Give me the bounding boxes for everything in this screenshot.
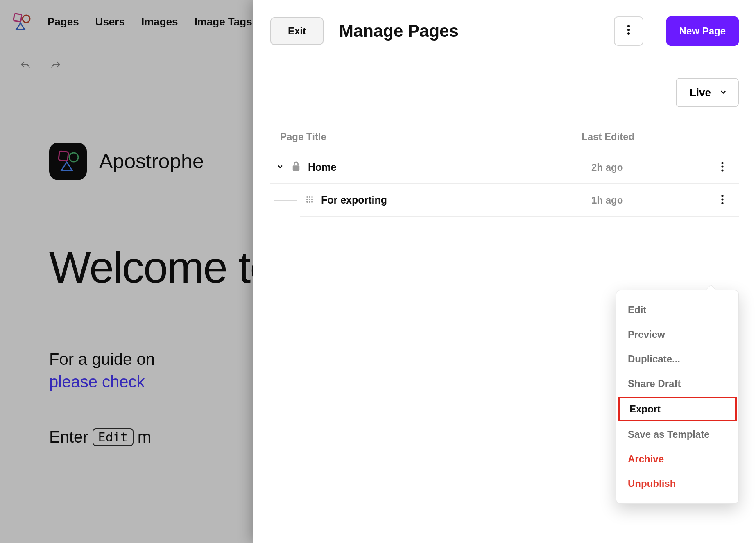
svg-point-16 [311, 199, 313, 200]
svg-point-20 [721, 195, 723, 197]
menu-item-share-draft[interactable]: Share Draft [616, 371, 738, 396]
status-filter-dropdown[interactable]: Live [676, 78, 739, 107]
row-last-edited: 1h ago [591, 195, 706, 206]
row-context-menu: Edit Preview Duplicate... Share Draft Ex… [616, 290, 739, 504]
vertical-dots-icon [721, 194, 724, 206]
chevron-down-icon [719, 86, 727, 99]
panel-more-button[interactable] [614, 16, 643, 46]
menu-item-save-template[interactable]: Save as Template [616, 422, 738, 447]
row-title: Home [308, 161, 336, 173]
drag-handle-icon[interactable] [306, 194, 314, 206]
panel-title: Manage Pages [339, 21, 598, 41]
row-actions-button[interactable] [706, 161, 739, 174]
svg-point-17 [306, 201, 308, 203]
collapse-caret-icon[interactable] [276, 161, 284, 173]
svg-point-15 [309, 199, 310, 200]
table-header: Page Title Last Edited [270, 131, 739, 151]
menu-item-unpublish[interactable]: Unpublish [616, 471, 738, 496]
row-last-edited: 2h ago [591, 162, 706, 173]
lock-icon [292, 161, 301, 174]
svg-rect-7 [293, 165, 300, 171]
svg-point-13 [311, 196, 313, 198]
menu-item-preview[interactable]: Preview [616, 322, 738, 347]
svg-point-4 [627, 25, 630, 27]
status-filter-label: Live [690, 86, 711, 99]
col-page-title: Page Title [280, 131, 582, 143]
svg-point-22 [721, 202, 723, 204]
panel-header: Exit Manage Pages New Page [253, 0, 756, 62]
manage-pages-panel: Exit Manage Pages New Page Live Page Tit… [253, 0, 756, 543]
vertical-dots-icon [627, 25, 630, 38]
svg-point-12 [309, 196, 310, 198]
page-tree: Home 2h ago For exporting [270, 151, 739, 217]
row-title: For exporting [321, 194, 387, 206]
svg-point-19 [311, 201, 313, 203]
col-last-edited: Last Edited [582, 131, 696, 143]
new-page-button[interactable]: New Page [666, 16, 739, 46]
menu-item-export[interactable]: Export [618, 397, 737, 421]
svg-point-11 [306, 196, 308, 198]
table-row[interactable]: Home 2h ago [270, 151, 739, 184]
tree-branch-line [274, 200, 297, 201]
svg-point-6 [627, 32, 630, 35]
svg-point-21 [721, 198, 723, 200]
menu-item-edit[interactable]: Edit [616, 298, 738, 322]
svg-point-14 [306, 199, 308, 200]
panel-body: Live Page Title Last Edited [253, 62, 756, 543]
row-actions-button[interactable] [706, 194, 739, 206]
exit-button[interactable]: Exit [270, 17, 324, 45]
svg-point-5 [627, 29, 630, 31]
menu-item-archive[interactable]: Archive [616, 447, 738, 471]
svg-point-8 [721, 162, 723, 164]
svg-point-10 [721, 169, 723, 171]
table-row[interactable]: For exporting 1h ago [300, 184, 739, 217]
menu-item-duplicate[interactable]: Duplicate... [616, 347, 738, 371]
vertical-dots-icon [721, 161, 724, 174]
svg-point-9 [721, 165, 723, 167]
svg-point-18 [309, 201, 310, 203]
